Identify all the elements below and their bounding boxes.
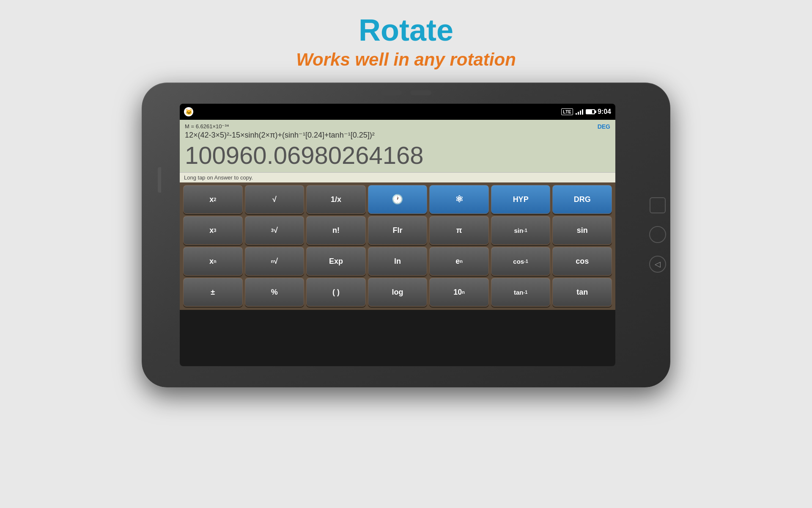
key-x2[interactable]: x2 [183, 185, 243, 214]
key-log[interactable]: log [368, 278, 428, 306]
key-nthroot[interactable]: n√ [245, 247, 304, 276]
calc-display: M = 6.6261×10⁻³⁴ DEG 12×(42-3×5)²-15×sin… [180, 120, 615, 172]
main-title: Rotate [296, 13, 516, 47]
battery-icon [586, 109, 595, 114]
notification-icon: 🐱 [184, 107, 193, 116]
expression-display: 12×(42-3×5)²-15×sinh(2×π)+(sinh⁻¹[0.24]+… [185, 130, 610, 140]
key-plusminus[interactable]: ± [183, 278, 243, 306]
key-percent[interactable]: % [245, 278, 304, 306]
memory-display: M = 6.6261×10⁻³⁴ [185, 123, 229, 130]
hw-home-button[interactable] [649, 226, 666, 243]
status-left: 🐱 [184, 107, 193, 116]
phone-container: 🐱 LTE 9:04 M = 6.6261×10⁻³⁴ DEG [142, 83, 670, 387]
hw-back-button[interactable]: ◁ [649, 256, 666, 273]
deg-indicator: DEG [598, 123, 610, 130]
copy-hint: Long tap on Answer to copy. [180, 172, 615, 182]
lte-indicator: LTE [561, 108, 573, 115]
clock: 9:04 [598, 108, 611, 116]
key-exp[interactable]: Exp [306, 247, 366, 276]
key-en[interactable]: en [429, 247, 489, 276]
status-right: LTE 9:04 [561, 108, 611, 116]
phone-screen: 🐱 LTE 9:04 M = 6.6261×10⁻³⁴ DEG [180, 104, 615, 366]
key-arcsin[interactable]: sin-1 [491, 216, 551, 245]
key-arctan[interactable]: tan-1 [491, 278, 551, 306]
key-cos[interactable]: cos [552, 247, 612, 276]
key-ln[interactable]: ln [368, 247, 428, 276]
key-x3[interactable]: x3 [183, 216, 243, 245]
status-bar: 🐱 LTE 9:04 [180, 104, 615, 120]
key-history[interactable]: 🕐 [368, 185, 428, 214]
key-xn[interactable]: xn [183, 247, 243, 276]
key-tan[interactable]: tan [552, 278, 612, 306]
signal-icon [576, 109, 583, 115]
keypad: x2 √ 1/x 🕐 ⚛ HYP DRG x3 3√ n! Flr π sin-… [180, 182, 615, 310]
key-cbrt[interactable]: 3√ [245, 216, 304, 245]
key-arccos[interactable]: cos-1 [491, 247, 551, 276]
hw-recent-button[interactable] [650, 197, 666, 213]
page-header: Rotate Works well in any rotation [296, 13, 516, 70]
key-parens[interactable]: ( ) [306, 278, 366, 306]
phone-top-area [381, 90, 431, 95]
key-sin[interactable]: sin [552, 216, 612, 245]
volume-button[interactable] [158, 167, 161, 193]
key-10n[interactable]: 10n [429, 278, 489, 306]
subtitle: Works well in any rotation [296, 50, 516, 70]
top-button-1 [381, 90, 402, 95]
key-hyp[interactable]: HYP [491, 185, 551, 214]
battery-fill [587, 110, 593, 113]
key-drg[interactable]: DRG [552, 185, 612, 214]
key-atom[interactable]: ⚛ [429, 185, 489, 214]
key-inverse[interactable]: 1/x [306, 185, 366, 214]
key-flr[interactable]: Flr [368, 216, 428, 245]
display-top-row: M = 6.6261×10⁻³⁴ DEG [185, 123, 610, 130]
key-factorial[interactable]: n! [306, 216, 366, 245]
key-pi[interactable]: π [429, 216, 489, 245]
result-display: 100960.06980264168 [185, 142, 610, 169]
key-sqrt[interactable]: √ [245, 185, 304, 214]
phone-hw-buttons: ◁ [649, 197, 666, 273]
top-button-2 [410, 90, 431, 95]
